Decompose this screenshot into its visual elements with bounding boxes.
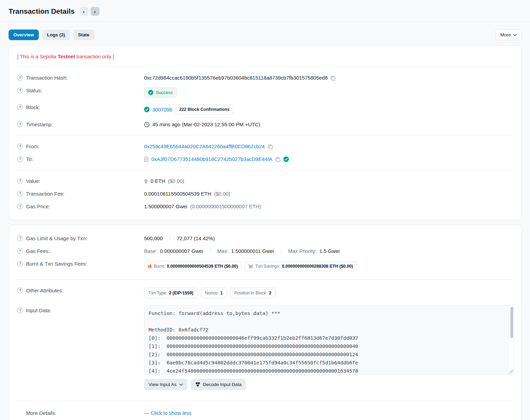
row-input-data: ? Input Data: Function: forward(address … <box>17 302 513 394</box>
row-to: ? To: 0xA3f07D6773514480b918C2742b027b3a… <box>17 153 513 165</box>
input-data-box[interactable]: Function: forward(address to,bytes data)… <box>144 305 514 375</box>
tab-state[interactable]: State <box>73 30 94 40</box>
row-value: ? Value: 0 ETH ($0.00) <box>17 175 513 187</box>
contract-icon <box>144 156 149 162</box>
row-label-text: Transaction Fee: <box>26 191 64 197</box>
txn-savings-badge: Txn Savings: 0.000000000000288308 ETH ($… <box>244 261 356 271</box>
chevron-down-icon <box>513 34 517 36</box>
tab-logs[interactable]: Logs (3) <box>42 30 70 40</box>
tab-overview[interactable]: Overview <box>9 30 39 40</box>
value-usd: ($0.00) <box>168 178 185 184</box>
header-divider <box>0 21 530 22</box>
check-circle-icon <box>144 107 150 112</box>
row-transaction-fee: ? Transaction Fee: 0.000108115500504539 … <box>17 187 513 200</box>
row-gas-limit-usage: ? Gas Limit & Usage by Txn: 500,000 72,0… <box>17 232 513 245</box>
txn-type-badge: Txn Type: 2 (EIP-1559) <box>144 288 198 299</box>
row-transaction-hash: ? Transaction Hash: 0xc72d984ccac6190b5f… <box>17 71 513 84</box>
copy-icon <box>268 144 273 149</box>
max-fee-value: 1.500000011 Gwei <box>231 248 274 254</box>
row-label-text: Block: <box>26 104 40 110</box>
help-icon[interactable]: ? <box>17 261 23 267</box>
overview-card-main: [ This is a Sepolia Testnet transaction … <box>9 45 521 220</box>
from-address-link[interactable]: 0x259c49E65644a020C2A642260a4ffB0CD862cb… <box>144 143 265 149</box>
row-label-text: Gas Fees: <box>26 248 50 254</box>
chevron-down-icon <box>179 384 183 386</box>
block-confirmations-badge: 222 Block Confirmations <box>175 104 234 115</box>
row-burnt-savings: ? Burnt & Txn Savings Fees: Burnt: 0.000… <box>17 257 513 275</box>
check-circle-icon <box>148 90 153 95</box>
value-amount: 0 ETH <box>151 178 165 184</box>
verified-check-icon <box>283 156 289 162</box>
row-more-details: More Details: — Click to show less <box>17 405 513 419</box>
help-icon[interactable]: ? <box>17 191 23 197</box>
row-label-text: More Details: <box>26 410 56 416</box>
copy-to-button[interactable] <box>275 156 281 162</box>
money-wings-icon <box>248 264 254 268</box>
gas-price-amount: 1.500000007 Gwei <box>144 203 187 209</box>
row-label-text: Status: <box>26 88 42 93</box>
txn-nav: ‹ › <box>80 7 99 16</box>
nonce-badge: Nonce: 1 <box>201 288 227 299</box>
eth-icon <box>144 178 148 184</box>
view-input-as-label: View Input As <box>149 382 177 387</box>
to-address-link[interactable]: 0xA3f07D6773514480b918C2742b027b3acD9E44… <box>151 156 272 162</box>
help-icon[interactable]: ? <box>17 104 23 110</box>
resize-handle[interactable] <box>509 370 513 374</box>
flame-icon <box>148 264 152 269</box>
max-priority-label: Max Priority: <box>288 248 317 254</box>
input-scrollbar-thumb[interactable] <box>510 307 513 338</box>
row-label-text: Other Attributes: <box>26 288 63 293</box>
fee-amount: 0.000108115500504539 ETH <box>144 191 211 197</box>
help-icon[interactable]: ? <box>17 178 23 184</box>
row-label-text: From: <box>26 143 39 149</box>
row-block: ? Block: 3007096 222 Block Confirmations <box>17 101 513 118</box>
copy-icon <box>275 156 281 162</box>
row-label-text: Transaction Hash: <box>26 75 68 81</box>
help-icon[interactable]: ? <box>17 248 23 254</box>
decode-input-data-button[interactable]: Decode Input Data <box>191 379 246 390</box>
help-icon[interactable]: ? <box>17 88 23 93</box>
decode-icon <box>195 382 200 387</box>
overview-card-details: ? Gas Limit & Usage by Txn: 500,000 72,0… <box>9 225 521 420</box>
help-icon[interactable]: ? <box>17 156 23 162</box>
row-label-text: Gas Price: <box>26 203 50 209</box>
page-header: Transaction Details ‹ › <box>9 7 521 16</box>
burnt-label: Burnt: <box>154 264 165 269</box>
help-icon[interactable]: ? <box>17 75 23 81</box>
row-label-text: Gas Limit & Usage by Txn: <box>26 235 87 241</box>
row-label-text: Value: <box>26 178 40 184</box>
help-icon[interactable]: ? <box>17 143 23 149</box>
row-label-text: Timestamp: <box>26 121 53 127</box>
help-icon[interactable]: ? <box>17 121 23 127</box>
more-dropdown-button[interactable]: More <box>495 29 521 40</box>
row-label-text: To: <box>26 156 33 162</box>
row-label-text: Burnt & Txn Savings Fees: <box>26 261 87 267</box>
row-other-attributes: ? Other Attributes: Txn Type: 2 (EIP-155… <box>17 284 513 302</box>
position-in-block-badge: Position In Block: 2 <box>230 288 276 299</box>
help-icon[interactable]: ? <box>17 235 23 241</box>
timestamp-value: 45 mins ago (Mar-02-2023 12:55:00 PM +UT… <box>152 121 260 127</box>
copy-txhash-button[interactable] <box>330 75 336 81</box>
next-txn-button[interactable]: › <box>91 7 99 16</box>
more-dropdown-label: More <box>500 32 511 37</box>
row-from: ? From: 0x259c49E65644a020C2A642260a4ffB… <box>17 140 513 153</box>
clock-icon <box>144 122 150 127</box>
burnt-fee-badge: Burnt: 0.000000000000504539 ETH ($0.00) <box>144 261 242 271</box>
show-less-link[interactable]: — Click to show less <box>144 410 191 416</box>
transaction-hash-value: 0xc72d984ccac6190b5f135576eb97b03604bc81… <box>144 75 328 81</box>
view-input-as-button[interactable]: View Input As <box>144 379 187 390</box>
txn-savings-label: Txn Savings: <box>255 264 280 269</box>
help-icon[interactable]: ? <box>17 203 23 209</box>
row-status: ? Status: Success <box>17 84 513 101</box>
block-number-link[interactable]: 3007096 <box>152 107 172 113</box>
status-badge: Success <box>144 88 177 97</box>
gas-price-eth: (0.000000001500000007 ETH) <box>190 203 261 209</box>
copy-from-button[interactable] <box>268 144 273 149</box>
help-icon[interactable]: ? <box>17 307 23 313</box>
decode-input-data-label: Decode Input Data <box>203 382 242 387</box>
base-fee-value: 0.000000007 Gwei <box>160 248 203 254</box>
help-icon[interactable]: ? <box>17 288 23 293</box>
transaction-details-page: Transaction Details ‹ › Overview Logs (3… <box>0 0 530 420</box>
testnet-warning: [ This is a Sepolia Testnet transaction … <box>17 52 513 62</box>
previous-txn-button[interactable]: ‹ <box>80 7 89 16</box>
